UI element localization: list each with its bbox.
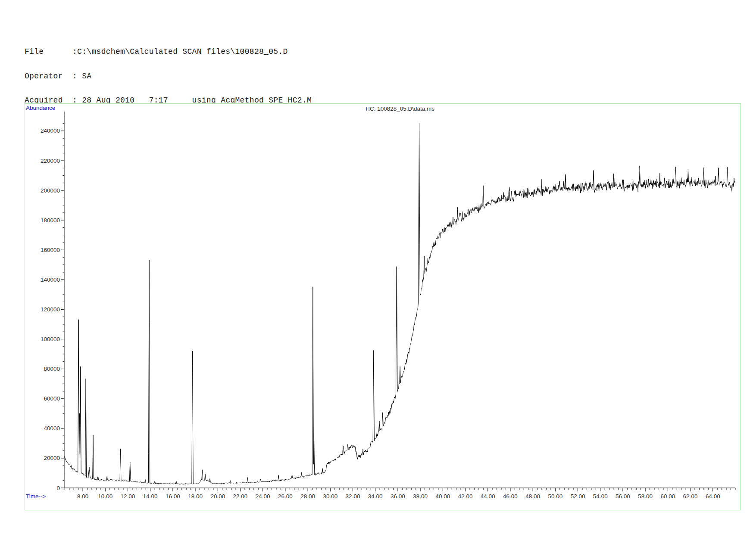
x-tick-label: 24.00 bbox=[256, 493, 270, 500]
x-tick-label: 40.00 bbox=[435, 493, 450, 500]
x-axis-title: Time--> bbox=[26, 493, 46, 500]
x-tick-label: 44.00 bbox=[481, 493, 495, 500]
x-tick-label: 58.00 bbox=[638, 493, 653, 500]
y-tick-label: 140000 bbox=[41, 276, 60, 283]
x-tick-label: 56.00 bbox=[615, 493, 630, 500]
x-tick-label: 20.00 bbox=[210, 493, 225, 500]
x-tick-label: 16.00 bbox=[166, 493, 180, 500]
x-tick-label: 32.00 bbox=[346, 493, 360, 500]
x-tick-label: 22.00 bbox=[233, 493, 248, 500]
y-tick-label: 220000 bbox=[41, 158, 60, 164]
x-tick-label: 18.00 bbox=[188, 493, 203, 500]
y-tick-label: 160000 bbox=[41, 247, 60, 253]
x-tick-label: 42.00 bbox=[458, 493, 473, 500]
x-tick-label: 14.00 bbox=[143, 493, 158, 500]
x-tick-label: 62.00 bbox=[683, 493, 698, 500]
x-tick-label: 46.00 bbox=[503, 493, 518, 500]
x-tick-label: 48.00 bbox=[525, 493, 540, 500]
x-tick-label: 34.00 bbox=[368, 493, 383, 500]
x-tick-label: 8.00 bbox=[77, 493, 88, 500]
chromatogram-plot: Abundance TIC: 100828_05.D\data.ms 02000… bbox=[25, 104, 740, 510]
y-tick-label: 240000 bbox=[41, 127, 60, 134]
chemstation-report-page: { "header": { "lines": [ "File :C:\\msdc… bbox=[0, 0, 756, 534]
y-tick-label: 100000 bbox=[41, 336, 60, 342]
plot-area[interactable] bbox=[64, 112, 735, 488]
y-tick-label: 40000 bbox=[44, 425, 60, 432]
y-axis-title: Abundance bbox=[26, 105, 55, 111]
y-tick-label: 20000 bbox=[44, 455, 60, 461]
plot-frame: Abundance TIC: 100828_05.D\data.ms 02000… bbox=[25, 103, 741, 510]
x-tick-label: 26.00 bbox=[278, 493, 293, 500]
y-tick-label: 200000 bbox=[41, 187, 60, 194]
y-tick-label: 120000 bbox=[41, 306, 60, 313]
x-tick-label: 54.00 bbox=[593, 493, 608, 500]
operator-line: Operator : SA bbox=[25, 72, 312, 81]
y-tick-label: 0 bbox=[56, 485, 60, 491]
chart-title: TIC: 100828_05.D\data.ms bbox=[365, 106, 434, 112]
x-tick-label: 60.00 bbox=[660, 493, 675, 500]
x-tick-label: 28.00 bbox=[300, 493, 315, 500]
x-tick-label: 38.00 bbox=[413, 493, 428, 500]
y-tick-label: 180000 bbox=[41, 217, 60, 224]
x-tick-label: 50.00 bbox=[548, 493, 562, 500]
x-tick-label: 36.00 bbox=[390, 493, 405, 500]
y-tick-label: 80000 bbox=[44, 366, 60, 372]
file-line: File :C:\msdchem\Calculated SCAN files\1… bbox=[25, 48, 312, 56]
x-tick-label: 64.00 bbox=[706, 493, 720, 500]
x-tick-label: 10.00 bbox=[98, 493, 112, 500]
x-tick-label: 30.00 bbox=[323, 493, 337, 500]
x-tick-label: 52.00 bbox=[571, 493, 585, 500]
y-tick-label: 60000 bbox=[44, 395, 60, 402]
x-tick-label: 12.00 bbox=[121, 493, 135, 500]
